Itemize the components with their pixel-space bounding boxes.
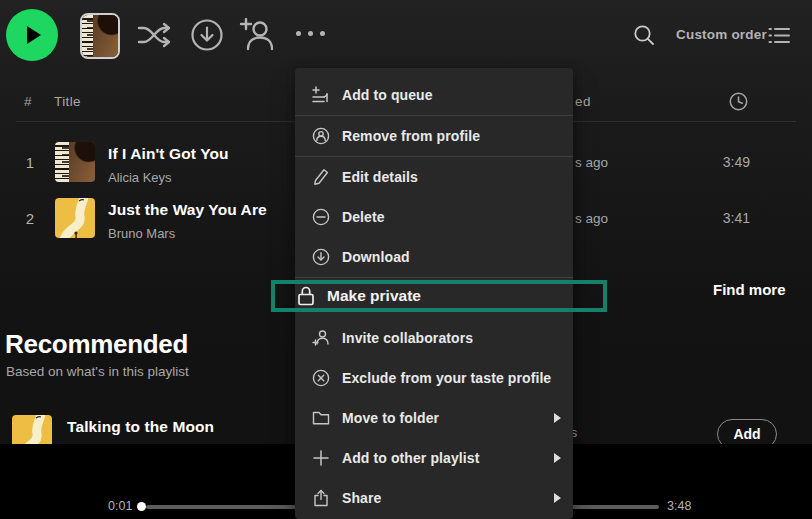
column-header-number[interactable]: # [24,94,32,109]
folder-icon [312,409,330,427]
date-added-partial: s ago [575,211,608,226]
menu-item-add-to-queue[interactable]: Add to queue [295,75,573,115]
total-time: 3:48 [667,499,691,513]
progress-handle[interactable] [137,502,146,511]
submenu-arrow-icon [554,453,561,463]
invite-collaborators-icon [312,329,330,347]
remove-from-profile-icon [312,127,330,145]
menu-item-download[interactable]: Download [295,237,573,277]
add-to-queue-icon [312,86,330,104]
plus-icon [312,449,330,467]
menu-item-label: Add to queue [342,87,433,103]
menu-item-add-to-other-playlist[interactable]: Add to other playlist [295,438,573,478]
play-icon [21,24,43,46]
submenu-arrow-icon [554,413,561,423]
track-artist[interactable]: Alicia Keys [108,170,172,185]
track-number: 1 [18,154,34,171]
column-header-title[interactable]: Title [54,94,81,109]
track-title[interactable]: If I Ain't Got You [108,145,229,163]
recommended-heading: Recommended [5,329,188,360]
menu-item-label: Make private [327,287,421,305]
menu-item-label: Exclude from your taste profile [342,370,551,386]
menu-item-label: Remove from profile [342,128,480,144]
track-title[interactable]: Just the Way You Are [108,201,267,219]
search-icon[interactable] [633,24,655,46]
playlist-page: Custom order # Title ed 1 If I Ain't Got… [0,0,812,519]
menu-item-label: Download [342,249,410,265]
more-options-icon[interactable] [296,31,325,36]
circle-x-icon [312,369,330,387]
column-header-date-added-partial: ed [575,94,591,109]
track-duration: 3:41 [700,210,750,226]
menu-item-label: Share [342,490,381,506]
recommended-subtitle: Based on what's in this playlist [6,364,189,379]
track-title[interactable]: Talking to the Moon [67,418,214,436]
menu-item-label: Add to other playlist [342,450,479,466]
menu-item-label: Move to folder [342,410,439,426]
menu-item-label: Delete [342,209,385,225]
download-circle-icon[interactable] [190,18,224,52]
shuffle-icon[interactable] [136,20,172,50]
menu-item-make-private[interactable]: Make private [271,280,607,312]
playlist-cover-thumbnail[interactable] [80,13,120,59]
date-added-partial: s ago [575,155,608,170]
current-time: 0:01 [108,499,132,513]
lock-icon [296,285,316,307]
album-art-alicia [55,142,95,182]
track-duration: 3:49 [700,154,750,170]
album-art-alicia-mini [82,15,118,57]
track-number: 2 [18,210,34,227]
menu-item-label: Invite collaborators [342,330,473,346]
track-artist[interactable]: Bruno Mars [108,226,175,241]
menu-item-remove-from-profile[interactable]: Remove from profile [295,116,573,156]
add-person-icon[interactable] [238,18,276,52]
menu-item-share[interactable]: Share [295,478,573,518]
share-icon [312,489,330,507]
clock-icon[interactable] [729,92,748,111]
play-button[interactable] [6,9,58,61]
circle-minus-icon [312,208,330,226]
pencil-icon [312,168,330,186]
menu-item-edit-details[interactable]: Edit details [295,157,573,197]
sort-order-label[interactable]: Custom order [676,27,767,42]
menu-item-exclude-from-taste-profile[interactable]: Exclude from your taste profile [295,358,573,398]
circle-download-icon [312,248,330,266]
menu-item-delete[interactable]: Delete [295,197,573,237]
menu-item-invite-collaborators[interactable]: Invite collaborators [295,318,573,358]
menu-item-label: Edit details [342,169,418,185]
menu-item-move-to-folder[interactable]: Move to folder [295,398,573,438]
submenu-arrow-icon [554,493,561,503]
list-view-icon[interactable] [768,26,790,45]
album-art-bruno [55,198,95,238]
find-more-link[interactable]: Find more [713,281,786,298]
